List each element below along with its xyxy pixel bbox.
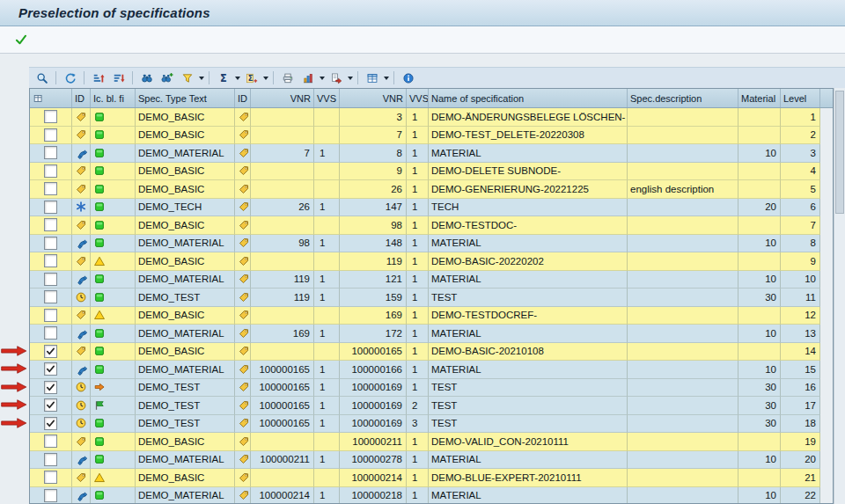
- vnr1-cell: [251, 343, 314, 362]
- choose-detail-button[interactable]: [32, 69, 52, 87]
- spec_type-cell: DEMO_MATERIAL: [136, 325, 235, 343]
- row-select-checkbox[interactable]: [44, 471, 57, 484]
- row-select-checkbox[interactable]: [44, 146, 57, 159]
- table-row[interactable]: DEMO_BASIC91DEMO-DELETE SUBNODE-4: [30, 163, 833, 181]
- row-select-checkbox[interactable]: [44, 381, 57, 394]
- row-select-checkbox[interactable]: [44, 345, 57, 358]
- table-row[interactable]: DEMO_BASIC1000001651DEMO-BASIC-202101081…: [30, 343, 833, 362]
- table-row[interactable]: DEMO_BASIC261DEMO-GENERIERUNG-20221225en…: [30, 180, 833, 199]
- row-select-checkbox[interactable]: [44, 254, 57, 267]
- level-cell: 10: [781, 271, 820, 289]
- row-select-checkbox[interactable]: [44, 290, 57, 303]
- table-row[interactable]: DEMO_MATERIAL11911211MATERIAL1010: [30, 271, 833, 289]
- row-select-checkbox[interactable]: [44, 435, 57, 448]
- table-row[interactable]: DEMO_TEST10000016511000001692TEST3017: [30, 397, 833, 415]
- table-row[interactable]: DEMO_MATERIAL7181MATERIAL103: [30, 144, 833, 163]
- row-select-checkbox[interactable]: [44, 201, 57, 214]
- table-row[interactable]: DEMO_BASIC31DEMO-ÄNDERUNGSBELEGE LÖSCHEN…: [30, 108, 833, 127]
- column-header-vnr2[interactable]: VNR: [340, 89, 407, 107]
- row-select-checkbox[interactable]: [44, 309, 57, 322]
- column-header-vvs2[interactable]: VVS: [407, 89, 429, 107]
- table-row[interactable]: DEMO_MATERIAL16911721MATERIAL1013: [30, 325, 833, 343]
- column-header-name[interactable]: Name of specification: [429, 89, 628, 107]
- column-header-desc[interactable]: Spec.description: [628, 89, 738, 107]
- find-next-button[interactable]: [157, 69, 177, 87]
- column-header-vvs1[interactable]: VVS: [314, 89, 340, 107]
- table-row[interactable]: DEMO_MATERIAL10000021111000002781MATERIA…: [30, 451, 833, 470]
- table-row[interactable]: DEMO_BASIC1000002111DEMO-VALID_CON-20210…: [30, 433, 833, 451]
- name-cell: TECH: [429, 199, 628, 217]
- table-row[interactable]: DEMO_MATERIAL9811481MATERIAL108: [30, 235, 833, 253]
- sel-cell: [30, 199, 72, 217]
- vvs2-cell: 1: [407, 289, 429, 307]
- row-select-checkbox[interactable]: [44, 417, 57, 430]
- column-header-ic[interactable]: Ic. bl. fi: [91, 89, 136, 107]
- material-cell: [738, 127, 781, 145]
- spec_type-value: DEMO_MATERIAL: [138, 364, 224, 375]
- table-row[interactable]: DEMO_BASIC71DEMO-TEST_DELETE-202203082: [30, 127, 833, 145]
- row-select-checkbox[interactable]: [44, 218, 57, 231]
- spec-tag-icon: [75, 345, 87, 357]
- choose-layout-button[interactable]: [362, 69, 390, 87]
- set-filter-button[interactable]: [177, 69, 205, 87]
- row-select-checkbox[interactable]: [44, 273, 57, 286]
- column-header-vnr1[interactable]: VNR: [251, 89, 314, 107]
- column-header-id2[interactable]: ID: [235, 89, 251, 107]
- row-select-checkbox[interactable]: [44, 128, 57, 142]
- vnr1-value: 100000165: [259, 400, 310, 411]
- name-cell: DEMO-BASIC-20210108: [429, 343, 628, 362]
- table-row[interactable]: DEMO_TEST10000016511000001693TEST3018: [30, 415, 833, 434]
- table-row[interactable]: DEMO_TECH2611471TECH206: [30, 199, 833, 217]
- row-select-checkbox[interactable]: [44, 489, 57, 502]
- table-row[interactable]: DEMO_BASIC981DEMO-TESTDOC-7: [30, 216, 833, 235]
- dropdown-arrow-icon[interactable]: [235, 77, 240, 80]
- total-button[interactable]: Σ: [213, 69, 241, 87]
- dropdown-arrow-icon[interactable]: [263, 77, 268, 80]
- dropdown-arrow-icon[interactable]: [348, 77, 353, 80]
- scrollbar-thumb[interactable]: [835, 91, 844, 214]
- dropdown-arrow-icon[interactable]: [320, 77, 325, 80]
- table-row[interactable]: DEMO_MATERIAL10000016511000001661MATERIA…: [30, 361, 833, 379]
- subtotal-button[interactable]: Σ: [241, 69, 269, 87]
- row-select-checkbox[interactable]: [44, 164, 57, 178]
- sort-descending-button[interactable]: [108, 69, 129, 87]
- id2-cell: [235, 252, 251, 271]
- spec-tag-icon: [238, 489, 250, 501]
- find-button[interactable]: [136, 69, 157, 87]
- export-button[interactable]: [326, 69, 354, 87]
- name-value: MATERIAL: [431, 237, 481, 248]
- column-header-level[interactable]: Level: [781, 89, 820, 107]
- table-row[interactable]: DEMO_BASIC1191DEMO-BASIC-202202029: [30, 252, 833, 271]
- table-row[interactable]: DEMO_BASIC1000002141DEMO-BLUE-EXPERT-202…: [30, 469, 833, 487]
- table-row[interactable]: DEMO_TEST11911591TEST3011: [30, 289, 833, 307]
- column-header-id[interactable]: ID: [72, 89, 91, 107]
- sel-cell: [30, 235, 72, 253]
- vertical-scrollbar[interactable]: [834, 88, 845, 504]
- dropdown-arrow-icon[interactable]: [384, 77, 389, 80]
- print-button[interactable]: [277, 69, 298, 87]
- spec-tag-icon: [238, 183, 250, 195]
- row-select-checkbox[interactable]: [44, 398, 57, 412]
- views-button[interactable]: [298, 69, 326, 87]
- table-row[interactable]: DEMO_BASIC1691DEMO-TESTDOCREF-12: [30, 307, 833, 325]
- vvs2-value: 1: [412, 454, 417, 464]
- dropdown-arrow-icon[interactable]: [199, 77, 204, 80]
- sort-ascending-button[interactable]: [88, 69, 108, 87]
- row-select-checkbox[interactable]: [44, 110, 57, 123]
- row-select-checkbox[interactable]: [44, 182, 57, 195]
- row-select-checkbox[interactable]: [44, 453, 57, 466]
- row-select-checkbox[interactable]: [44, 326, 57, 340]
- row-select-checkbox[interactable]: [44, 362, 57, 376]
- confirm-button[interactable]: [11, 29, 32, 50]
- row-select-checkbox[interactable]: [44, 237, 57, 250]
- column-header-sel[interactable]: [30, 89, 72, 107]
- table-row[interactable]: DEMO_TEST10000016511000001691TEST3016: [30, 379, 833, 398]
- info-button[interactable]: [398, 69, 418, 87]
- material-cell: [738, 252, 781, 271]
- vvs1-value: 1: [320, 201, 325, 212]
- column-header-spec_type[interactable]: Spec. Type Text: [136, 89, 235, 107]
- refresh-button[interactable]: [60, 69, 80, 87]
- column-header-material[interactable]: Material: [738, 89, 781, 107]
- ic-cell: [91, 343, 136, 362]
- table-row[interactable]: DEMO_MATERIAL10000021411000002181MATERIA…: [30, 487, 833, 504]
